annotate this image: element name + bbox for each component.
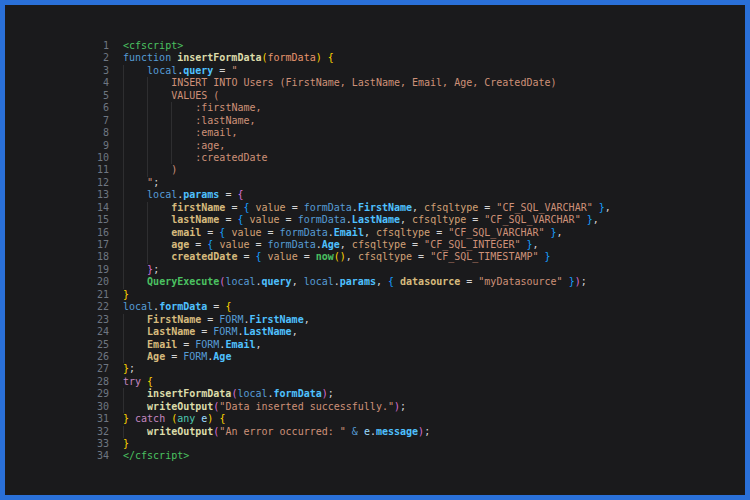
line-number: 23	[5, 314, 109, 326]
code-token: formData	[280, 227, 328, 238]
code-token: FORM	[195, 339, 219, 350]
indent-guide	[123, 251, 147, 263]
code-text: VALUES (	[123, 90, 219, 102]
code-token: params	[340, 276, 376, 287]
line-number: 3	[5, 65, 109, 77]
line-number: 31	[5, 413, 109, 425]
code-line: 18 createdDate = { value = now(), cfsqlt…	[5, 251, 745, 263]
code-token: =	[460, 276, 478, 287]
code-text: writeOutput("An error occurred: " & e.me…	[123, 426, 430, 438]
indent-guide	[147, 202, 171, 214]
indent-guide	[123, 127, 147, 139]
line-number: 30	[5, 401, 109, 413]
line-number: 14	[5, 202, 109, 214]
code-token: =	[478, 202, 496, 213]
code-token: insertFormData	[177, 52, 261, 63]
code-token: =	[406, 239, 424, 250]
code-text: FirstName = FORM.FirstName,	[123, 314, 310, 326]
code-line: 27};	[5, 363, 745, 375]
code-token: LastName	[147, 326, 195, 337]
line-number: 22	[5, 301, 109, 313]
indent-guide	[123, 339, 147, 351]
code-token: value	[268, 251, 298, 262]
code-text: :email,	[123, 127, 237, 139]
code-token: formData	[268, 239, 316, 250]
indent-guide	[147, 214, 171, 226]
code-editor-window: 1<cfscript>2function insertFormData(form…	[0, 0, 750, 500]
code-token: params	[183, 189, 219, 200]
code-token: formData	[268, 52, 316, 63]
code-line: 22local.formData = {	[5, 301, 745, 313]
code-token: local	[123, 301, 153, 312]
line-number: 4	[5, 77, 109, 89]
code-token: datasource	[400, 276, 460, 287]
line-number: 29	[5, 388, 109, 400]
indent-guide	[123, 426, 147, 438]
line-number: 5	[5, 90, 109, 102]
line-number: 33	[5, 438, 109, 450]
code-token: cfsqltype	[358, 251, 412, 262]
code-token: now	[316, 251, 334, 262]
code-token: local	[237, 388, 267, 399]
code-line: 32 writeOutput("An error occurred: " & e…	[5, 426, 745, 438]
code-line: 24 LastName = FORM.LastName,	[5, 326, 745, 338]
code-token: ;	[400, 401, 406, 412]
code-text: function insertFormData(formData) {	[123, 52, 334, 64]
code-line: 34</cfscript>	[5, 450, 745, 462]
code-line: 29 insertFormData(local.formData);	[5, 388, 745, 400]
code-token: "Data inserted successfully."	[219, 401, 394, 412]
line-number: 26	[5, 351, 109, 363]
code-token: value	[219, 239, 249, 250]
code-token: }	[123, 438, 129, 449]
indent-guide	[123, 102, 147, 114]
code-text: };	[123, 363, 135, 375]
code-line: 3 local.query = "	[5, 65, 745, 77]
code-token: FirstName	[358, 202, 412, 213]
indent-guide	[123, 326, 147, 338]
code-token: ;	[581, 276, 587, 287]
code-token: createdDate	[171, 251, 237, 262]
code-token: formData	[304, 202, 352, 213]
indent-guide	[147, 115, 171, 127]
code-token: cfsqltype	[376, 227, 430, 238]
code-token: formData	[159, 301, 207, 312]
indent-guide	[123, 65, 147, 77]
code-editor[interactable]: 1<cfscript>2function insertFormData(form…	[5, 5, 745, 495]
indent-guide	[147, 152, 171, 164]
code-token: ,	[340, 239, 352, 250]
code-text: )	[123, 164, 177, 176]
code-token: cfsqltype	[412, 214, 466, 225]
code-text: writeOutput("Data inserted successfully.…	[123, 401, 406, 413]
code-token: ,	[376, 276, 388, 287]
indent-guide	[123, 401, 147, 413]
code-text: local.params = {	[123, 189, 243, 201]
indent-guide	[123, 177, 147, 189]
indent-guide	[123, 115, 147, 127]
indent-guide	[123, 264, 147, 276]
indent-guide	[171, 140, 195, 152]
code-token: Email	[334, 227, 364, 238]
code-line: 6 :firstName,	[5, 102, 745, 114]
code-token: message	[376, 426, 418, 437]
code-token: <cfscript>	[123, 40, 183, 51]
code-token: any	[177, 413, 195, 424]
code-token: LastName	[352, 214, 400, 225]
code-text: :firstName,	[123, 102, 262, 114]
code-token: ;	[153, 177, 159, 188]
line-number: 1	[5, 40, 109, 52]
line-number: 6	[5, 102, 109, 114]
indent-guide	[123, 388, 147, 400]
code-token: lastName	[171, 214, 219, 225]
code-text: lastName = { value = formData.LastName, …	[123, 214, 599, 226]
code-text: :lastName,	[123, 115, 256, 127]
code-token: Age	[147, 351, 165, 362]
code-text: try {	[123, 376, 153, 388]
line-number: 15	[5, 214, 109, 226]
code-line: 12 ";	[5, 177, 745, 189]
code-line: 17 age = { value = formData.Age, cfsqlty…	[5, 239, 745, 251]
indent-guide	[123, 202, 147, 214]
code-text: }	[123, 438, 129, 450]
indent-guide	[123, 239, 147, 251]
line-number: 16	[5, 227, 109, 239]
code-text: :createdDate	[123, 152, 268, 164]
